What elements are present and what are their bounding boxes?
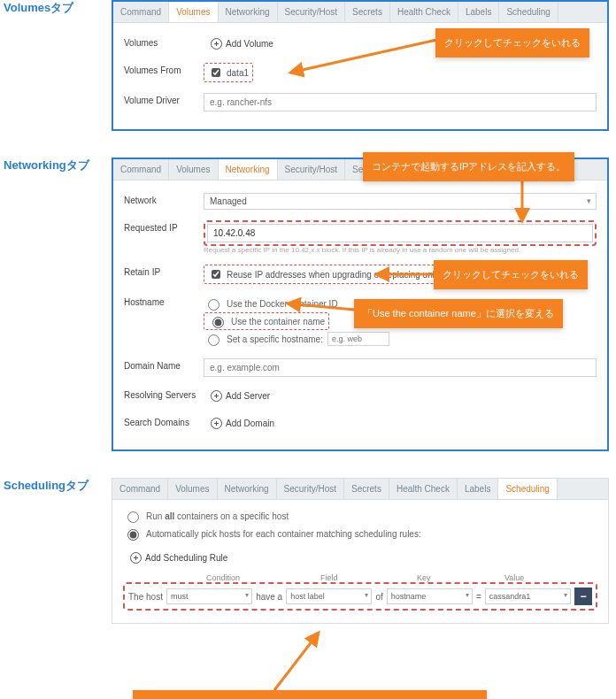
- tab-secrets[interactable]: Secrets: [345, 2, 390, 22]
- tab-security[interactable]: Security/Host: [278, 159, 345, 180]
- tab-security[interactable]: Security/Host: [277, 479, 344, 499]
- tab-networking[interactable]: Networking: [219, 2, 278, 22]
- hostname-specific-input[interactable]: [327, 332, 389, 346]
- remove-rule-button[interactable]: −: [574, 588, 592, 605]
- tab-command[interactable]: Command: [113, 159, 169, 180]
- rule-of: of: [375, 592, 382, 602]
- callout-retain: クリックしてチェックをいれる: [434, 260, 588, 289]
- hostname-radio-docker-id[interactable]: [208, 299, 219, 311]
- hostname-label: Hostname: [124, 295, 204, 307]
- volume-driver-label: Volume Driver: [124, 93, 204, 105]
- volumes-from-label: Volumes From: [124, 63, 204, 75]
- callout-hostname: 「Use the container name」に選択を変える: [354, 299, 563, 328]
- hostname-radio-specific[interactable]: [208, 334, 219, 346]
- hostname-opt-a: Use the Docker container ID: [227, 299, 338, 309]
- add-volume-button[interactable]: Add Volume: [204, 35, 281, 52]
- plus-icon: [211, 418, 222, 429]
- rule-condition-select[interactable]: must: [166, 588, 252, 604]
- callout-volumes: クリックしてチェックをいれる: [435, 28, 589, 58]
- rule-eq: =: [476, 592, 481, 602]
- search-domains-label: Search Domains: [124, 415, 204, 427]
- sched-radio-auto[interactable]: [127, 529, 139, 541]
- tab-command[interactable]: Command: [112, 479, 168, 499]
- plus-icon: [130, 552, 142, 564]
- requested-ip-label: Requested IP: [124, 220, 204, 233]
- rule-mid: have a: [256, 592, 282, 602]
- callout-ip: コンテナで起動するIPアドレスを記入する。: [363, 152, 574, 181]
- sched-radio-specific-host[interactable]: [127, 511, 139, 523]
- panel-scheduling: Command Volumes Networking Security/Host…: [112, 478, 609, 624]
- svg-line-4: [274, 633, 319, 690]
- retain-ip-label: Retain IP: [124, 265, 204, 277]
- hdr-field: Field: [320, 573, 392, 582]
- resolving-label: Resolving Servers: [124, 388, 204, 401]
- hdr-key: Key: [417, 573, 489, 582]
- tab-networking[interactable]: Networking: [219, 159, 278, 180]
- section-title-volumes: Volumesタブ: [4, 0, 73, 16]
- tab-scheduling[interactable]: Scheduling: [499, 2, 558, 22]
- add-rule-label: Add Scheduling Rule: [145, 553, 227, 563]
- volumes-from-check-wrap: data1: [204, 63, 253, 82]
- tab-labels[interactable]: Labels: [458, 479, 498, 499]
- section-scheduling: Schedulingタブ Command Volumes Networking …: [0, 478, 616, 699]
- plus-icon: [211, 38, 222, 50]
- rule-prefix: The host: [128, 592, 163, 602]
- volumes-label: Volumes: [124, 35, 204, 48]
- requested-ip-hint: Request a specific IP in the 10.42.x.x b…: [204, 246, 597, 254]
- domain-input[interactable]: [204, 358, 597, 377]
- section-title-scheduling: Schedulingタブ: [4, 478, 89, 494]
- rule-field-select[interactable]: host label: [286, 588, 372, 604]
- hdr-value: Value: [504, 573, 576, 582]
- scheduling-rule-row: The host must have a host label of hostn…: [128, 588, 592, 605]
- add-volume-label: Add Volume: [226, 39, 273, 49]
- add-domain-label: Add Domain: [226, 419, 274, 428]
- tab-volumes[interactable]: Volumes: [168, 479, 217, 499]
- domain-label: Domain Name: [124, 358, 204, 371]
- volumes-from-data1-checkbox[interactable]: [212, 68, 220, 77]
- tabs-scheduling: Command Volumes Networking Security/Host…: [112, 479, 608, 500]
- section-volumes: Volumesタブ Command Volumes Networking Sec…: [0, 0, 616, 131]
- network-label: Network: [124, 193, 204, 205]
- tab-health[interactable]: Health Check: [390, 2, 458, 22]
- section-title-networking: Networkingタブ: [4, 157, 89, 173]
- rule-value-select[interactable]: cassandra1: [485, 588, 571, 604]
- panel-volumes: Command Volumes Networking Security/Host…: [112, 0, 609, 131]
- section-networking: Networkingタブ Command Volumes Networking …: [0, 157, 616, 451]
- callout-scheduling: 「Add Scheduling Rule」をクリックして入力項目を追加で表示させ…: [133, 690, 487, 699]
- tab-security[interactable]: Security/Host: [278, 2, 345, 22]
- tab-command[interactable]: Command: [113, 2, 169, 22]
- hostname-opt-b: Use the container name: [231, 317, 325, 326]
- plus-icon: [211, 390, 222, 402]
- tab-volumes[interactable]: Volumes: [169, 159, 218, 180]
- requested-ip-input[interactable]: [207, 224, 593, 242]
- network-select[interactable]: Managed: [204, 193, 597, 210]
- tabs-volumes: Command Volumes Networking Security/Host…: [113, 2, 607, 23]
- tab-secrets[interactable]: Secrets: [344, 479, 389, 499]
- volume-driver-input[interactable]: [204, 93, 597, 111]
- retain-ip-checkbox[interactable]: [212, 270, 220, 279]
- add-domain-button[interactable]: Add Domain: [204, 415, 281, 432]
- tab-networking[interactable]: Networking: [218, 479, 277, 499]
- data1-label: data1: [227, 68, 249, 78]
- tab-volumes[interactable]: Volumes: [169, 2, 218, 22]
- tab-labels[interactable]: Labels: [458, 2, 499, 22]
- hdr-condition: Condition: [206, 573, 278, 582]
- hostname-radio-container-name[interactable]: [212, 317, 224, 328]
- add-scheduling-rule-button[interactable]: Add Scheduling Rule: [123, 549, 235, 566]
- tab-health[interactable]: Health Check: [389, 479, 458, 499]
- add-server-button[interactable]: Add Server: [204, 388, 277, 404]
- sched-radio-auto-label: Automatically pick hosts for each contai…: [146, 529, 421, 539]
- tab-scheduling[interactable]: Scheduling: [498, 479, 557, 499]
- add-server-label: Add Server: [226, 391, 270, 401]
- rule-key-select[interactable]: hostname: [387, 588, 473, 604]
- hostname-opt-c: Set a specific hostname:: [227, 334, 323, 344]
